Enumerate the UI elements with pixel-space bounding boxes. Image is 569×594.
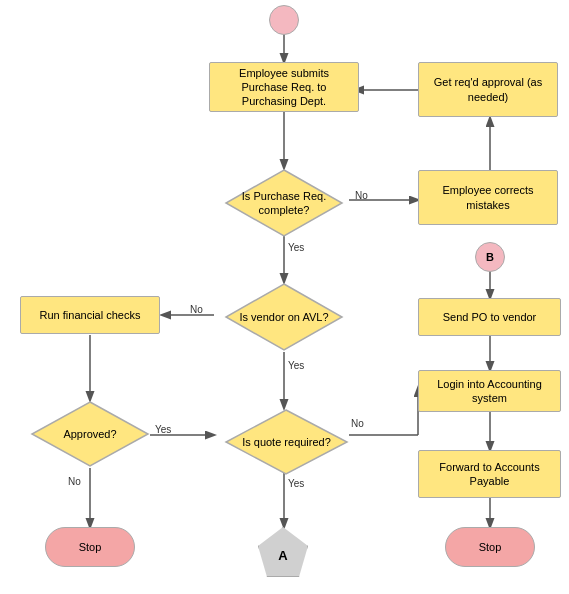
is-complete-diamond: Is Purchase Req. complete? [224, 168, 344, 238]
get-approval-node: Get req'd approval (as needed) [418, 62, 558, 117]
forward-ap-node: Forward to Accounts Payable [418, 450, 561, 498]
label-yes1: Yes [288, 242, 304, 253]
run-financial-node: Run financial checks [20, 296, 160, 334]
label-yes4: Yes [288, 478, 304, 489]
approved-label: Approved? [30, 400, 150, 468]
is-vendor-avl-diamond: Is vendor on AVL? [224, 282, 344, 352]
login-accounting-node: Login into Accounting system [418, 370, 561, 412]
is-complete-label: Is Purchase Req. complete? [224, 168, 344, 238]
start-node [269, 5, 299, 35]
label-no2: No [190, 304, 203, 315]
employee-corrects-node: Employee corrects mistakes [418, 170, 558, 225]
label-no1: No [355, 190, 368, 201]
is-vendor-avl-label: Is vendor on AVL? [224, 282, 344, 352]
pentagon-a-node: A [258, 527, 308, 577]
employee-submits-node: Employee submits Purchase Req. to Purcha… [209, 62, 359, 112]
circle-b-node: B [475, 242, 505, 272]
send-po-node: Send PO to vendor [418, 298, 561, 336]
label-yes2: Yes [288, 360, 304, 371]
flowchart: Employee submits Purchase Req. to Purcha… [0, 0, 569, 594]
label-no3: No [68, 476, 81, 487]
stop-left-node: Stop [45, 527, 135, 567]
label-no4: No [351, 418, 364, 429]
approved-diamond: Approved? [30, 400, 150, 468]
is-quote-label: Is quote required? [224, 408, 349, 476]
is-quote-diamond: Is quote required? [224, 408, 349, 476]
label-yes3: Yes [155, 424, 171, 435]
stop-right-node: Stop [445, 527, 535, 567]
